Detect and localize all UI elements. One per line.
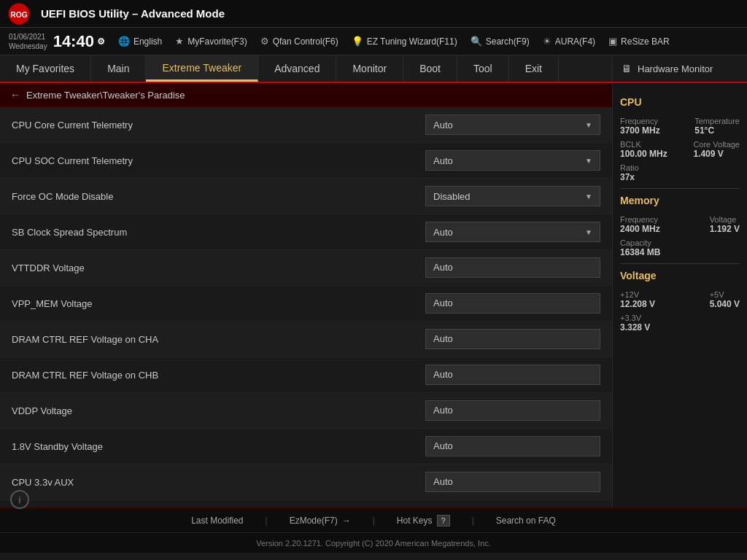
aura-button[interactable]: ☀ AURA(F4): [543, 36, 595, 47]
resize-bar-button[interactable]: ▣ ReSize BAR: [608, 36, 670, 47]
cpu-core-current-value: Auto: [433, 120, 453, 131]
cpu-soc-current-dropdown[interactable]: Auto ▼: [425, 150, 600, 171]
setting-label-dram-ctrl-cha: DRAM CTRL REF Voltage on CHA: [12, 334, 425, 345]
sb-clock-dropdown[interactable]: Auto ▼: [425, 222, 600, 242]
nav-extreme-tweaker[interactable]: Extreme Tweaker: [146, 55, 258, 82]
cpu-core-voltage-value: 1.409 V: [693, 149, 740, 159]
nav-boot[interactable]: Boot: [403, 55, 457, 82]
cpu-soc-current-value: Auto: [433, 155, 453, 166]
fan-icon: ⚙: [260, 36, 269, 47]
setting-control-vpp-mem[interactable]: Auto: [425, 293, 600, 314]
cpu-ratio-label: Ratio: [620, 163, 740, 172]
vpp-mem-input[interactable]: Auto: [425, 293, 600, 314]
dropdown-arrow-icon-2: ▼: [585, 157, 592, 165]
right-panel: CPU Frequency 3700 MHz Temperature 51°C …: [612, 83, 747, 508]
aura-icon: ☀: [543, 36, 551, 47]
nav-advanced-label: Advanced: [274, 63, 320, 74]
voltage-section-title: Voltage: [620, 270, 740, 284]
nav-main[interactable]: Main: [91, 55, 146, 82]
setting-control-cpu-33v-aux[interactable]: Auto: [425, 472, 600, 492]
nav-boot-label: Boot: [419, 63, 441, 74]
svg-text:ROG: ROG: [10, 10, 28, 18]
divider-2: [620, 263, 740, 264]
setting-control-dram-ctrl-chb[interactable]: Auto: [425, 365, 600, 385]
settings-icon[interactable]: ⚙: [97, 36, 105, 47]
nav-extreme-tweaker-label: Extreme Tweaker: [162, 62, 241, 74]
mem-cap-label: Capacity: [620, 238, 740, 247]
setting-control-vttddr[interactable]: Auto: [425, 257, 600, 278]
setting-vpp-mem: VPP_MEM Voltage Auto: [0, 286, 612, 322]
globe-icon: 🌐: [118, 36, 130, 47]
ez-mode-arrow-icon: →: [342, 516, 351, 526]
dram-ctrl-chb-input[interactable]: Auto: [425, 365, 600, 385]
cpu-core-current-dropdown[interactable]: Auto ▼: [425, 114, 600, 135]
cpu-temp-label: Temperature: [694, 117, 740, 125]
setting-label-sb-clock: SB Clock Spread Spectrum: [12, 227, 425, 238]
nav-tool[interactable]: Tool: [457, 55, 509, 82]
search-faq-item[interactable]: Search on FAQ: [496, 516, 556, 526]
qfan-control-button[interactable]: ⚙ Qfan Control(F6): [260, 36, 338, 47]
date-display: 01/06/2021 Wednesday: [9, 32, 47, 51]
v5-value: 5.040 V: [710, 299, 740, 309]
nav-monitor[interactable]: Monitor: [336, 55, 403, 82]
search-button[interactable]: 🔍 Search(F9): [471, 36, 530, 47]
setting-control-cpu-soc-current[interactable]: Auto ▼: [425, 150, 600, 171]
nav-exit[interactable]: Exit: [509, 55, 559, 82]
vpp-mem-value: Auto: [433, 298, 453, 308]
dram-ctrl-chb-value: Auto: [433, 369, 453, 380]
ez-tuning-button[interactable]: 💡 EZ Tuning Wizard(F11): [352, 36, 457, 47]
cpu-freq-label: Frequency: [620, 117, 660, 125]
hardware-monitor-title: Hardware Monitor: [638, 63, 713, 74]
cpu-33v-aux-input[interactable]: Auto: [425, 472, 600, 492]
footer-sep-1: |: [266, 516, 268, 526]
setting-control-dram-ctrl-cha[interactable]: Auto: [425, 329, 600, 349]
hot-keys-key[interactable]: ?: [437, 515, 450, 526]
setting-control-sb-clock[interactable]: Auto ▼: [425, 222, 600, 242]
nav-my-favorites-label: My Favorites: [16, 63, 74, 74]
force-oc-dropdown[interactable]: Disabled ▼: [425, 186, 600, 206]
time-value: 14:40: [53, 32, 94, 51]
setting-vddp: VDDP Voltage Auto: [0, 393, 612, 429]
rog-logo: ROG: [7, 2, 31, 26]
setting-control-vddp[interactable]: Auto: [425, 400, 600, 421]
sb-clock-value: Auto: [433, 227, 453, 238]
ez-mode-button[interactable]: EzMode(F7) →: [290, 516, 351, 526]
hot-keys-item[interactable]: Hot Keys ?: [397, 515, 450, 526]
dram-ctrl-cha-input[interactable]: Auto: [425, 329, 600, 349]
setting-control-cpu-core-current[interactable]: Auto ▼: [425, 114, 600, 135]
ez-tuning-label: EZ Tuning Wizard(F11): [367, 36, 457, 47]
mem-freq-value: 2400 MHz: [620, 224, 660, 234]
last-modified-label: Last Modified: [191, 516, 243, 526]
search-icon: 🔍: [471, 36, 482, 47]
breadcrumb-path: Extreme Tweaker\Tweaker's Paradise: [26, 90, 185, 101]
vddp-input[interactable]: Auto: [425, 400, 600, 421]
setting-dram-ctrl-cha: DRAM CTRL REF Voltage on CHA Auto: [0, 322, 612, 357]
setting-dram-ctrl-chb: DRAM CTRL REF Voltage on CHB Auto: [0, 357, 612, 393]
version-bar: Version 2.20.1271. Copyright (C) 2020 Am…: [0, 532, 747, 553]
18v-standby-input[interactable]: Auto: [425, 436, 600, 456]
time-display: 14:40 ⚙: [53, 32, 105, 51]
language-selector[interactable]: 🌐 English: [118, 36, 162, 47]
nav-my-favorites[interactable]: My Favorites: [0, 55, 91, 82]
dropdown-arrow-icon: ▼: [585, 121, 592, 129]
v12-value: 12.208 V: [620, 299, 655, 309]
memory-section-title: Memory: [620, 195, 740, 209]
cpu-33v-aux-value: Auto: [433, 476, 453, 487]
v5-label: +5V: [710, 290, 740, 299]
dropdown-arrow-icon-4: ▼: [585, 228, 592, 236]
vttddr-input[interactable]: Auto: [425, 257, 600, 278]
info-button[interactable]: i: [10, 490, 29, 509]
breadcrumb: ← Extreme Tweaker\Tweaker's Paradise: [0, 83, 612, 107]
cpu-bclk-value: 100.00 MHz: [620, 149, 667, 159]
setting-cpu-core-current: CPU Core Current Telemetry Auto ▼: [0, 107, 612, 143]
my-favorite-button[interactable]: ★ MyFavorite(F3): [175, 36, 247, 47]
last-modified-item: Last Modified: [191, 516, 243, 526]
nav-advanced[interactable]: Advanced: [258, 55, 336, 82]
setting-control-18v-standby[interactable]: Auto: [425, 436, 600, 456]
search-label: Search(F9): [486, 36, 530, 47]
version-text: Version 2.20.1271. Copyright (C) 2020 Am…: [256, 539, 491, 548]
v12-label: +12V: [620, 290, 655, 299]
back-arrow-icon[interactable]: ←: [10, 89, 20, 101]
voltage-33v-block: +3.3V 3.328 V: [620, 314, 740, 332]
setting-control-force-oc[interactable]: Disabled ▼: [425, 186, 600, 206]
